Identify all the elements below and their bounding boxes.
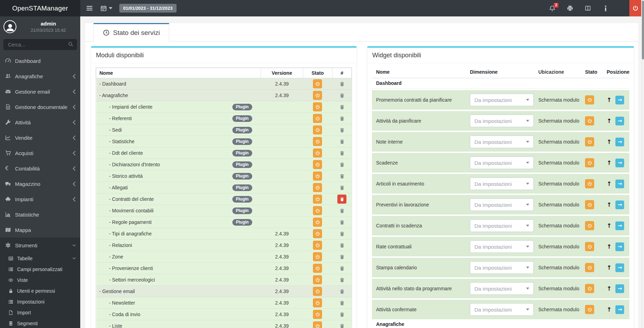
delete-module-button[interactable] (339, 254, 345, 260)
sidebar-subitem-segmenti[interactable]: Segmenti (0, 318, 80, 328)
sidebar-subitem-impostazioni[interactable]: Impostazioni (0, 296, 80, 307)
dimension-select[interactable]: Da impostazioni (470, 303, 534, 316)
move-up-icon[interactable]: ↑ (607, 243, 612, 250)
move-position-button[interactable]: → (615, 242, 624, 251)
move-position-button[interactable]: → (615, 201, 624, 209)
dimension-select[interactable]: Da impostazioni (470, 261, 534, 274)
sidebar-item-gestione-email[interactable]: Gestione email (0, 84, 80, 99)
dimension-select[interactable]: Da impostazioni (470, 156, 534, 169)
dimension-select[interactable]: Da impostazioni (470, 115, 534, 127)
avatar[interactable] (3, 20, 16, 33)
toggle-status-button[interactable] (313, 321, 322, 328)
sidebar-item-dashboard[interactable]: Dashboard (0, 53, 80, 68)
toggle-status-button[interactable] (313, 206, 322, 215)
delete-module-button[interactable] (339, 139, 345, 144)
sidebar-item-strumenti[interactable]: Strumenti (0, 238, 80, 253)
sidebar-item-contabilit-[interactable]: € Contabilità (0, 161, 80, 176)
sidebar-subitem-tabelle[interactable]: Tabelle (0, 253, 80, 264)
toggle-widget-button[interactable] (585, 95, 594, 104)
toggle-status-button[interactable] (313, 310, 322, 319)
delete-module-button[interactable] (339, 323, 345, 328)
sidebar-toggle-icon[interactable] (86, 5, 93, 12)
delete-module-button[interactable] (339, 81, 345, 87)
dimension-select[interactable]: Da impostazioni (470, 177, 534, 190)
sidebar-item-attivit-[interactable]: Attività (0, 115, 80, 130)
move-up-icon[interactable]: ↑ (607, 180, 612, 187)
delete-module-button[interactable] (339, 312, 345, 317)
move-up-icon[interactable]: ↑ (607, 117, 612, 124)
sidebar-item-vendite[interactable]: Vendite (0, 130, 80, 145)
delete-module-button[interactable] (339, 151, 345, 156)
dimension-select[interactable]: Da impostazioni (470, 282, 534, 295)
toggle-status-button[interactable] (313, 252, 322, 261)
sidebar-subitem-campi-personalizzati[interactable]: Campi personalizzati (0, 264, 80, 275)
sidebar-item-gestione-documentale[interactable]: Gestione documentale (0, 99, 80, 115)
toggle-status-button[interactable] (313, 148, 322, 158)
scrollbar-thumb[interactable] (642, 1, 644, 59)
delete-module-button[interactable] (339, 127, 345, 133)
toggle-status-button[interactable] (313, 114, 322, 123)
toggle-status-button[interactable] (313, 218, 322, 227)
move-up-icon[interactable]: ↑ (607, 201, 612, 208)
delete-module-button[interactable] (339, 231, 345, 236)
toggle-widget-button[interactable] (585, 200, 594, 209)
toggle-status-button[interactable] (313, 102, 322, 111)
sidebar-subitem-viste[interactable]: Viste (0, 275, 80, 285)
sidebar-item-magazzino[interactable]: Magazzino (0, 176, 80, 191)
move-position-button[interactable]: → (615, 117, 624, 125)
move-position-button[interactable]: → (615, 159, 624, 167)
notifications-button[interactable]: 2 (549, 5, 555, 12)
delete-module-button[interactable] (339, 162, 345, 167)
toggle-widget-button[interactable] (585, 116, 594, 125)
delete-module-button[interactable] (339, 300, 345, 306)
dimension-select[interactable]: Da impostazioni (470, 94, 534, 106)
move-up-icon[interactable]: ↑ (607, 96, 612, 103)
move-position-button[interactable]: → (615, 138, 624, 146)
toggle-widget-button[interactable] (585, 284, 594, 293)
delete-module-button[interactable] (339, 104, 345, 110)
move-up-icon[interactable]: ↑ (607, 285, 612, 292)
sidebar-subitem-utenti-e-permessi[interactable]: Utenti e permessi (0, 285, 80, 296)
info-button[interactable] (602, 5, 609, 12)
search-icon[interactable] (68, 42, 73, 48)
move-position-button[interactable]: → (615, 96, 624, 104)
move-up-icon[interactable]: ↑ (607, 222, 612, 229)
toggle-status-button[interactable] (313, 125, 322, 134)
toggle-status-button[interactable] (313, 79, 322, 88)
date-range-badge[interactable]: 01/01/2023 - 31/12/2023 (119, 4, 177, 13)
sidebar-item-statistiche[interactable]: Statistiche (0, 207, 80, 222)
delete-module-button[interactable] (337, 195, 346, 204)
delete-module-button[interactable] (339, 185, 345, 190)
toggle-widget-button[interactable] (585, 158, 594, 167)
dimension-select[interactable]: Da impostazioni (470, 136, 534, 148)
toggle-status-button[interactable] (313, 264, 322, 273)
toggle-status-button[interactable] (313, 275, 322, 284)
dimension-select[interactable]: Da impostazioni (470, 198, 534, 211)
delete-module-button[interactable] (339, 243, 345, 248)
toggle-status-button[interactable] (313, 137, 322, 146)
move-up-icon[interactable]: ↑ (607, 306, 612, 313)
sidebar-item-acquisti[interactable]: Acquisti (0, 145, 80, 161)
delete-module-button[interactable] (339, 220, 345, 225)
toggle-status-button[interactable] (313, 241, 322, 250)
delete-module-button[interactable] (339, 277, 345, 283)
manual-button[interactable] (585, 5, 591, 12)
toggle-status-button[interactable] (313, 160, 322, 169)
dimension-select[interactable]: Da impostazioni (470, 219, 534, 232)
move-position-button[interactable]: → (615, 180, 624, 188)
delete-module-button[interactable] (339, 116, 345, 121)
toggle-widget-button[interactable] (585, 221, 594, 230)
move-up-icon[interactable]: ↑ (607, 159, 612, 166)
sidebar-subitem-import[interactable]: Import (0, 307, 80, 318)
move-position-button[interactable]: → (615, 221, 624, 230)
move-up-icon[interactable]: ↑ (607, 264, 612, 271)
print-button[interactable] (567, 5, 573, 12)
logout-button[interactable] (629, 0, 641, 16)
toggle-widget-button[interactable] (585, 179, 594, 188)
delete-module-button[interactable] (339, 289, 345, 294)
move-position-button[interactable]: → (615, 305, 624, 314)
toggle-widget-button[interactable] (585, 263, 594, 272)
brand-logo[interactable]: OpenSTAManager (0, 0, 80, 16)
tab-stato-dei-servizi[interactable]: Stato dei servizi (93, 23, 169, 42)
toggle-widget-button[interactable] (585, 305, 594, 314)
